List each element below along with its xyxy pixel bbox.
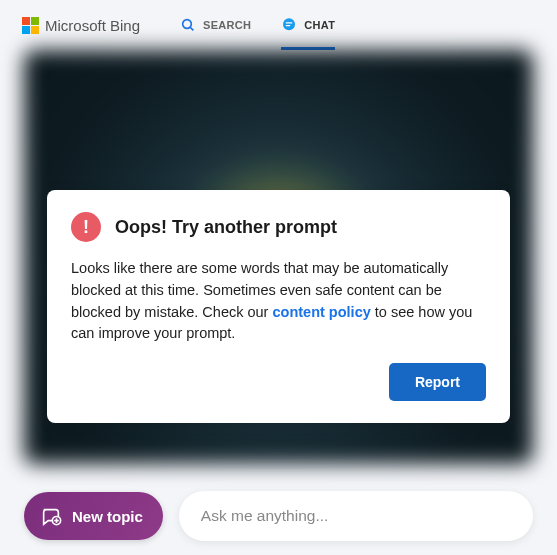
svg-point-2: [283, 18, 295, 30]
report-button[interactable]: Report: [389, 363, 486, 401]
error-body: Looks like there are some words that may…: [71, 258, 486, 345]
tab-chat[interactable]: CHAT: [281, 0, 335, 50]
error-card: ! Oops! Try another prompt Looks like th…: [47, 190, 510, 423]
svg-rect-3: [286, 22, 293, 23]
search-icon: [180, 17, 196, 33]
brand-text: Microsoft Bing: [45, 17, 140, 34]
warning-icon: !: [71, 212, 101, 242]
svg-line-1: [190, 27, 193, 30]
new-topic-button[interactable]: New topic: [24, 492, 163, 540]
tab-search-label: SEARCH: [203, 19, 251, 31]
new-topic-label: New topic: [72, 508, 143, 525]
tab-chat-label: CHAT: [304, 19, 335, 31]
ask-input[interactable]: [179, 491, 533, 541]
error-title: Oops! Try another prompt: [115, 217, 337, 238]
content: ! Oops! Try another prompt Looks like th…: [0, 50, 557, 464]
tab-search[interactable]: SEARCH: [180, 0, 251, 50]
error-header: ! Oops! Try another prompt: [71, 212, 486, 242]
svg-point-0: [183, 20, 192, 29]
new-topic-icon: [40, 505, 62, 527]
content-policy-link[interactable]: content policy: [272, 304, 370, 320]
chat-icon: [281, 17, 297, 33]
nav: SEARCH CHAT: [180, 0, 335, 50]
header: Microsoft Bing SEARCH CHAT: [0, 0, 557, 50]
error-footer: Report: [71, 363, 486, 401]
brand: Microsoft Bing: [22, 17, 140, 34]
bottom-bar: New topic: [24, 491, 533, 541]
svg-rect-4: [286, 25, 291, 26]
microsoft-logo-icon: [22, 17, 39, 34]
